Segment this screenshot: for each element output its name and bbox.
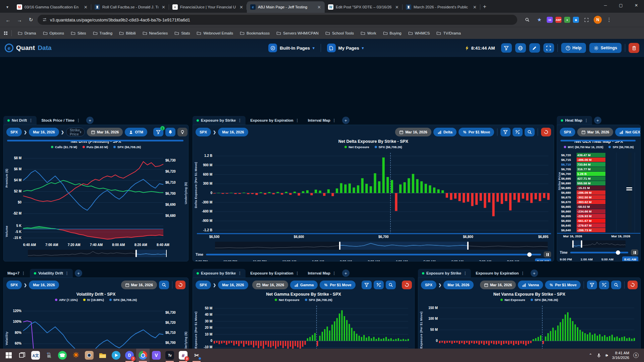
heatmap-cell[interactable]: -561.67 M [577,219,605,223]
zoom-button[interactable] [159,281,169,289]
reset-button[interactable] [402,281,412,289]
speaker-icon[interactable]: 🕪 [605,353,608,358]
zoom-button[interactable] [611,281,621,289]
browser-tab[interactable]: ♜March 2026 - President's Public✕ [402,1,480,13]
range-brush[interactable] [28,250,167,257]
ext-blue-icon[interactable]: ◆ [573,17,579,23]
heatmap-cell[interactable]: -383.62 M [577,200,605,204]
heatmap-row[interactable]: $6,7001.26 B [561,171,637,176]
heatmap-row[interactable]: $6,650-561.67 M [561,218,637,223]
heatmap-row[interactable]: $6,655-226.93 M [561,214,637,218]
filter-button[interactable] [501,43,512,53]
kebab-menu-icon[interactable]: ⋮ [65,271,69,276]
percent-button[interactable] [374,281,384,289]
built-in-pages-button[interactable]: Built-In Pages ▾ [268,44,315,52]
bookmark-folder[interactable]: Work [358,29,379,37]
heatmap-cell[interactable]: 439.47 M [577,153,605,157]
heatmap-cell[interactable]: 555.58 M [577,181,605,185]
filter-button[interactable] [587,281,597,289]
tab-close-icon[interactable]: ✕ [161,5,166,10]
expiration-date-pill[interactable]: Mar 16, 2026 [480,281,516,289]
netdrift-chart[interactable]: $8 M$6 M$4 M$2 M$0-$2 M$6,730$6,720$6,71… [10,152,182,222]
symbol-pill[interactable]: SPX [6,128,22,136]
tab-close-icon[interactable]: ✕ [238,5,244,10]
taskbar-photo-eye-icon[interactable] [83,349,96,362]
heatmap-row[interactable]: $6,690555.58 M [561,181,637,185]
tab-close-icon[interactable]: ✕ [472,5,478,10]
heatmap-cell[interactable]: 427.71 M [577,176,605,181]
browser-tab[interactable]: WEdit Post "SPX 0DTE – 03/16/26"✕ [325,1,402,13]
tab-net-drift[interactable]: Net Drift⋮ [3,116,37,125]
heatmap-cell[interactable]: -58.02 M [577,204,605,209]
range-brush[interactable] [215,242,548,250]
taskbar-slack-icon[interactable]: #3 [176,349,190,362]
heatmap-row[interactable]: $6,640-288.73 M [561,228,637,232]
heatmap-cell[interactable]: -302.50 M [577,195,605,199]
kebab-menu-icon[interactable]: ⋮ [296,118,299,123]
heatmap-row[interactable]: $6,675-302.50 M [561,195,637,199]
ext-green-icon[interactable]: ● [564,17,570,23]
add-tab-button[interactable]: + [531,269,538,277]
kebab-menu-icon[interactable]: ⋮ [332,118,336,123]
time-slider-track[interactable] [206,254,541,255]
heatmap-cell[interactable]: 733.84 M [577,162,605,167]
microphone-icon[interactable] [596,353,601,358]
new-tab-button[interactable]: + [483,3,486,10]
close-button[interactable]: ✕ [629,0,644,11]
heatmap-cell[interactable]: 316.77 M [577,167,605,171]
quantdata-logo[interactable]: e Quant Data [5,44,52,52]
maximize-button[interactable]: ▢ [613,0,629,11]
bookmark-folder[interactable]: Bookmarksss [237,29,272,37]
bookmark-folder[interactable]: TV/Drama [434,29,463,37]
tab-exposure-by-expiration[interactable]: Exposure by Expiration⋮ [472,269,528,278]
heatmap-row[interactable]: $6,685-15.31 M [561,185,637,190]
kebab-menu-icon[interactable]: ⋮ [521,271,525,276]
settings-button[interactable]: Settings [589,43,622,53]
expiration-date-pill[interactable]: Mar 16, 2026 [395,128,431,136]
spinner-icon[interactable]: ▴▾ [80,130,81,134]
tab-exposure-by-expiration[interactable]: Exposure by Expiration⋮ [246,269,303,278]
add-tab-button[interactable]: + [342,269,350,277]
heatmap-cell[interactable]: -234.66 M [577,209,605,214]
back-icon[interactable]: ← [3,15,13,24]
metric-pill[interactable]: Delta [433,128,457,136]
taskbar-discord-icon[interactable]: D7 [123,349,136,362]
kebab-menu-icon[interactable]: ⋮ [238,271,241,276]
symbol-pill[interactable]: SPX [6,281,22,289]
browser-tab[interactable]: ♜Roll Call Factba.se - Donald J. Tr✕ [91,1,169,13]
kebab-menu-icon[interactable]: ⋮ [29,118,33,123]
kebab-menu-icon[interactable]: ⋮ [584,118,588,123]
bookmark-folder[interactable]: Drama [15,29,39,37]
heatmap-row[interactable]: $6,710733.84 M [561,162,637,167]
tab-heat-map[interactable]: Heat Map⋮ [557,116,592,125]
help-button[interactable]: ?Help [561,43,586,53]
bookmark-folder[interactable]: Sites [68,29,89,37]
filter-button[interactable] [362,281,372,289]
symbol-pill[interactable]: SPX [421,281,436,289]
add-tab-button[interactable]: + [75,269,82,277]
pause-button[interactable] [631,249,638,255]
heatmap-row[interactable]: $6,670-383.62 M [561,199,637,204]
tab-exposure-by-expiration[interactable]: Exposure by Expiration⋮ [246,116,303,125]
horizontal-scrollbar[interactable] [560,140,636,141]
delete-page-button[interactable] [629,43,639,53]
taskbar-vpn-lock-icon[interactable] [42,349,56,362]
bookmark-folder[interactable]: Webnovel Emails [194,29,236,37]
percent-button[interactable] [599,281,609,289]
per-move-pill[interactable]: %Per $1 Move [459,128,494,136]
tab-interval-map[interactable]: Interval Map⋮ [304,269,340,278]
bookmark-folder[interactable]: School Tools [323,29,357,37]
heatmap-cell[interactable]: -486.06 M [577,158,605,162]
heatmap-row[interactable]: $6,680-286.09 M [561,190,637,195]
browser-tab[interactable]: ≡FinancialJuice | Your Financial U✕ [169,1,247,13]
kebab-menu-icon[interactable]: ⋮ [463,271,467,276]
tray-chevron-icon[interactable]: ⌃ [589,353,592,358]
date-pill[interactable]: Mar 16, 2026 [218,128,248,136]
tab-stock-price-time[interactable]: Stock Price / Time⋮ [37,116,84,125]
tab-volatility-drift[interactable]: Volatility Drift⋮ [30,269,73,278]
taskbar-translate-icon[interactable]: A文 [29,349,42,362]
bookmark-folder[interactable]: WHMCS [406,29,433,37]
heatmap-cell[interactable]: -286.09 M [577,190,605,195]
metric-pill[interactable]: Gamma [290,281,318,289]
time-slider-knob[interactable] [527,252,532,257]
